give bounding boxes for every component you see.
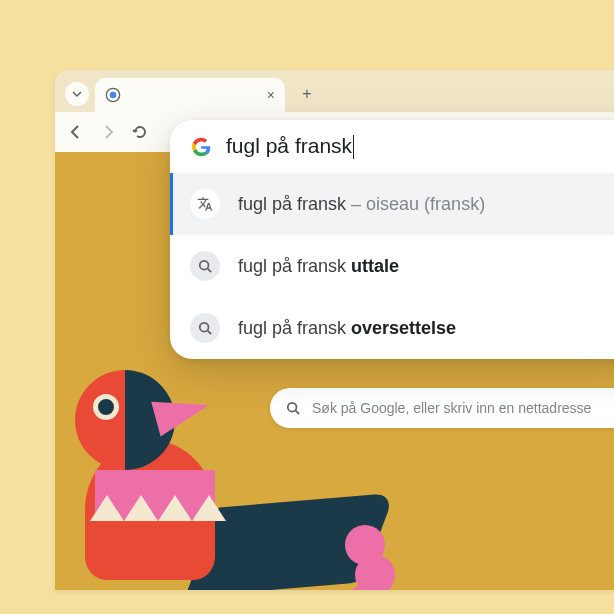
svg-point-4 [200,261,209,270]
tab-strip: × + [55,70,614,112]
new-tab-button[interactable]: + [293,80,321,108]
suggestion-text: fugl på fransk – oiseau (fransk) [238,194,485,215]
svg-line-5 [208,269,212,273]
search-icon [190,251,220,281]
svg-line-7 [208,331,212,335]
back-button[interactable] [67,123,85,141]
search-icon [286,401,300,415]
google-logo-icon [190,136,212,158]
svg-point-6 [200,323,209,332]
omnibox-dropdown: fugl på fransk fugl på fransk – oiseau (… [170,120,614,359]
suggestion-row[interactable]: fugl på fransk uttale [170,235,614,297]
browser-tab[interactable]: × [95,78,285,112]
reload-button[interactable] [131,123,149,141]
suggestion-row[interactable]: fugl på fransk – oiseau (fransk) [170,173,614,235]
forward-button[interactable] [99,123,117,141]
page-search-placeholder: Søk på Google, eller skriv inn en nettad… [312,400,591,416]
close-tab-icon[interactable]: × [267,87,275,103]
omnibox-query-text: fugl på fransk [226,134,354,159]
omnibox-input-row[interactable]: fugl på fransk [170,120,614,173]
page-search-bar[interactable]: Søk på Google, eller skriv inn en nettad… [270,388,614,428]
bird-illustration [55,340,415,590]
svg-point-0 [110,92,117,99]
tab-search-button[interactable] [65,82,89,106]
search-icon [190,313,220,343]
suggestion-text: fugl på fransk oversettelse [238,318,456,339]
suggestion-text: fugl på fransk uttale [238,256,399,277]
chrome-favicon-icon [105,87,121,103]
suggestion-row[interactable]: fugl på fransk oversettelse [170,297,614,359]
svg-line-3 [296,411,300,415]
svg-point-2 [288,403,297,412]
translate-icon [190,189,220,219]
